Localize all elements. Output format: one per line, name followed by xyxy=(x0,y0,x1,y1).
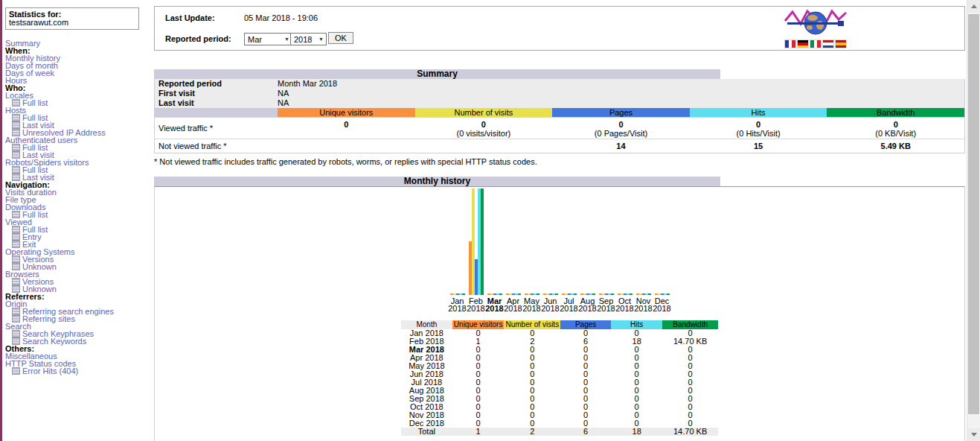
sidebar-item-hours[interactable]: Hours xyxy=(5,77,148,84)
scrollbar-down-button[interactable] xyxy=(967,428,980,441)
summary-footnote: * Not viewed traffic includes traffic ge… xyxy=(154,157,965,166)
statistics-for-box: Statistics for: testsarawut.com xyxy=(5,7,139,30)
bar-bandwidth xyxy=(574,294,577,295)
month-select[interactable]: Mar ▼ xyxy=(244,33,292,45)
chart-label-may-2018: May2018 xyxy=(522,297,541,312)
list-icon xyxy=(12,233,20,241)
bar-bandwidth xyxy=(648,294,651,295)
awstats-logo xyxy=(780,7,851,48)
not-viewed-cell-hits: 15 xyxy=(690,139,827,153)
summary-info-value: NA xyxy=(278,99,964,107)
language-flags xyxy=(780,40,851,48)
viewed-cell-unique-visitors: 0 xyxy=(278,118,415,139)
year-select[interactable]: 2018 ▼ xyxy=(290,33,327,45)
metric-header-unique-visitors: Unique visitors xyxy=(278,108,415,117)
total-value: 2 xyxy=(504,428,560,436)
summary-info-rows: Reported periodMonth Mar 2018First visit… xyxy=(155,79,964,108)
vertical-scrollbar[interactable] xyxy=(967,0,980,441)
metric-header-bandwidth: Bandwidth xyxy=(827,108,964,117)
chart-label-oct-2018: Oct2018 xyxy=(615,297,634,312)
chart-column-dec-2018 xyxy=(653,187,671,295)
not-viewed-cell-unique-visitors xyxy=(278,139,415,153)
chart-column-may-2018 xyxy=(522,187,541,295)
scrollbar-up-button[interactable] xyxy=(967,0,980,13)
not-viewed-cell-number-of-visits xyxy=(415,139,553,153)
not-viewed-cell-pages: 14 xyxy=(552,139,690,153)
sidebar-item-error-hits-404[interactable]: Error Hits (404) xyxy=(5,367,148,375)
bar-bandwidth xyxy=(518,294,521,295)
chart-label-dec-2018: Dec2018 xyxy=(653,297,671,312)
flag-germany-icon[interactable] xyxy=(798,40,808,48)
monthly-history-box: Jan2018Feb2018Mar2018Apr2018May2018Jun20… xyxy=(154,186,965,441)
last-update-label: Last Update: xyxy=(165,13,215,22)
summary-title: Summary xyxy=(154,69,720,79)
sidebar: Statistics for: testsarawut.com SummaryW… xyxy=(5,7,148,375)
awstats-page: Statistics for: testsarawut.com SummaryW… xyxy=(0,0,980,441)
table-row: Nov 201800000 xyxy=(401,411,718,419)
table-row: Jun 201800000 xyxy=(401,370,718,378)
monthly-history-chart xyxy=(155,187,964,295)
month-select-value: Mar xyxy=(248,35,262,44)
list-icon xyxy=(12,121,20,129)
chart-column-mar-2018 xyxy=(485,187,504,295)
chart-label-mar-2018: Mar2018 xyxy=(485,297,504,312)
metric-header-number-of-visits: Number of visits xyxy=(415,108,553,117)
chart-label-nov-2018: Nov2018 xyxy=(634,297,653,312)
chart-column-sep-2018 xyxy=(597,187,615,295)
bar-bandwidth xyxy=(611,294,614,295)
scrollbar-thumb[interactable] xyxy=(968,14,979,414)
metric-header-spacer xyxy=(155,108,278,117)
sidebar-item-full-list[interactable]: Full list xyxy=(5,99,148,107)
list-icon xyxy=(12,308,20,315)
list-icon xyxy=(12,256,20,263)
viewed-cell-pages: 0(0 Pages/Visit) xyxy=(552,118,690,139)
chart-label-jun-2018: Jun2018 xyxy=(541,297,560,312)
reported-period-label: Reported period: xyxy=(165,34,231,43)
flag-france-icon[interactable] xyxy=(785,40,795,48)
bar-bandwidth xyxy=(481,188,484,295)
ok-button[interactable]: OK xyxy=(328,32,353,44)
summary-metric-header-row: Unique visitorsNumber of visitsPagesHits… xyxy=(155,108,964,117)
not-viewed-cell-bandwidth: 5.49 KB xyxy=(827,139,964,153)
flag-italy-icon[interactable] xyxy=(810,40,821,48)
list-icon xyxy=(12,226,20,233)
table-row: Sep 201800000 xyxy=(401,395,718,403)
monthly-table-header-row: MonthUnique visitorsNumber of visitsPage… xyxy=(401,320,718,329)
list-icon xyxy=(12,166,20,174)
table-row: Feb 20181261814.70 KB xyxy=(401,337,718,346)
table-row: Oct 201800000 xyxy=(401,403,718,411)
table-row: Jul 201800000 xyxy=(401,378,718,387)
metric-header-pages: Pages xyxy=(552,108,690,117)
metric-header-hits: Hits xyxy=(690,108,827,117)
table-row: Mar 201800000 xyxy=(401,346,718,354)
summary-info-label: First visit xyxy=(155,89,278,98)
summary-table: Reported periodMonth Mar 2018First visit… xyxy=(154,79,965,153)
viewed-traffic-label: Viewed traffic * xyxy=(155,118,278,139)
bar-bandwidth xyxy=(667,294,670,295)
chart-label-jan-2018: Jan2018 xyxy=(448,297,467,312)
bar-bandwidth xyxy=(630,294,632,295)
flag-netherlands-icon[interactable] xyxy=(823,40,833,48)
not-viewed-traffic-row: Not viewed traffic * 14155.49 KB xyxy=(155,139,964,153)
list-icon xyxy=(12,367,20,375)
chart-label-feb-2018: Feb2018 xyxy=(467,297,485,312)
chart-column-nov-2018 xyxy=(634,187,653,295)
summary-info-row: Reported periodMonth Mar 2018 xyxy=(155,79,964,89)
flag-spain-icon[interactable] xyxy=(836,40,846,48)
total-value: 6 xyxy=(560,428,611,436)
summary-info-label: Last visit xyxy=(155,99,278,107)
bar-bandwidth xyxy=(537,294,539,295)
total-value: 18 xyxy=(611,428,662,436)
monthly-history-table: MonthUnique visitorsNumber of visitsPage… xyxy=(401,320,718,436)
list-icon xyxy=(12,114,20,121)
table-row: Apr 201800000 xyxy=(401,354,718,362)
summary-info-value: NA xyxy=(278,89,964,98)
chart-column-apr-2018 xyxy=(504,187,522,295)
bar-bandwidth xyxy=(499,294,502,295)
chart-column-aug-2018 xyxy=(578,187,597,295)
year-select-value: 2018 xyxy=(294,35,312,44)
chart-month-labels: Jan2018Feb2018Mar2018Apr2018May2018Jun20… xyxy=(155,297,964,312)
chart-label-sep-2018: Sep2018 xyxy=(597,297,615,312)
chevron-down-icon: ▼ xyxy=(318,37,324,42)
list-icon xyxy=(12,278,20,285)
